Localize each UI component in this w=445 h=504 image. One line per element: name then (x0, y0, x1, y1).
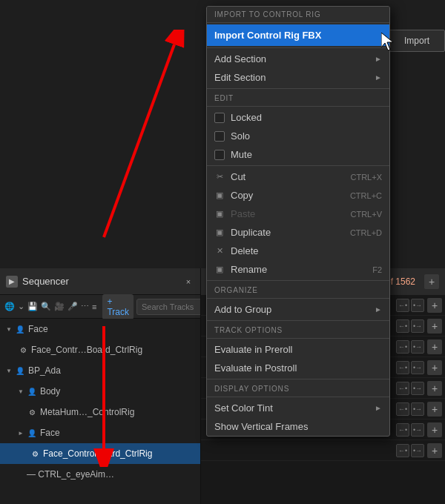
add-to-group-button[interactable]: Add to Group ► (207, 300, 389, 319)
paste-shortcut: CTRL+V (351, 210, 383, 219)
locked-button[interactable]: Locked (207, 108, 389, 127)
next-btn[interactable]: •→ (411, 382, 424, 395)
rename-button[interactable]: ▣ Rename F2 (207, 260, 389, 279)
gear-icon: ⚙ (30, 448, 40, 459)
next-btn[interactable]: •→ (411, 402, 424, 416)
nav-buttons-5: ←• •→ (396, 382, 424, 395)
color-tint-arrow: ► (375, 404, 382, 412)
mute-checkbox[interactable] (214, 150, 225, 160)
sequencer-title: Sequencer (22, 276, 69, 287)
add-track-btn[interactable]: + (427, 381, 442, 396)
chevron-down-icon[interactable]: ⌄ (18, 299, 24, 315)
add-track-btn[interactable]: + (427, 319, 442, 334)
next-btn[interactable]: •→ (411, 319, 424, 333)
mute-label: Mute (231, 149, 252, 160)
context-menu: IMPORT TO CONTROL RIG Import Control Rig… (206, 6, 390, 437)
prev-btn[interactable]: ←• (396, 340, 409, 354)
next-btn[interactable]: •→ (411, 423, 424, 437)
track-body[interactable]: ▼ 👤 Body (0, 381, 200, 402)
next-btn[interactable]: •→ (411, 340, 424, 354)
eval-postroll-button[interactable]: Evaluate in Postroll (207, 359, 389, 377)
more-icon[interactable]: ⋯ (81, 299, 89, 315)
next-btn[interactable]: •→ (411, 361, 424, 374)
add-track-btn[interactable]: + (427, 422, 442, 437)
add-track-btn[interactable]: + (427, 339, 442, 354)
copy-icon: ▣ (214, 190, 225, 201)
track-face-1[interactable]: ▼ 👤 Face (0, 319, 200, 339)
eval-preroll-button[interactable]: Evaluate in Preroll (207, 340, 389, 359)
add-track-btn[interactable]: + (427, 298, 442, 313)
mute-button[interactable]: Mute (207, 145, 389, 164)
align-icon[interactable]: ≡ (92, 299, 96, 315)
prev-btn[interactable]: ←• (396, 361, 409, 374)
duplicate-button[interactable]: ▣ Duplicate CTRL+D (207, 223, 389, 242)
next-btn[interactable]: •→ (411, 299, 424, 312)
copy-button[interactable]: ▣ Copy CTRL+C (207, 186, 389, 205)
track-face-2[interactable]: ► 👤 Face (0, 422, 200, 443)
separator-4 (207, 106, 389, 107)
sequencer-close-button[interactable]: × (182, 276, 194, 288)
separator-11 (207, 397, 389, 397)
add-section-button[interactable]: Add Section ► (207, 50, 389, 68)
add-track-button[interactable]: + Track (102, 294, 134, 319)
save-icon[interactable]: 💾 (27, 299, 38, 315)
import-control-rig-fbx-button[interactable]: Import Control Rig FBX (207, 24, 389, 46)
nav-buttons-8: ←• •→ (396, 444, 424, 457)
paste-icon: ▣ (214, 209, 225, 219)
track-name: Face_Contr…Board_CtrlRig (31, 345, 142, 355)
show-vertical-frames-button[interactable]: Show Vertical Frames (207, 417, 389, 436)
timeline-row-8: ←• •→ + (201, 440, 445, 461)
prev-btn[interactable]: ←• (396, 319, 409, 333)
cut-shortcut: CTRL+X (351, 173, 383, 182)
add-button[interactable]: + (424, 274, 439, 289)
next-btn[interactable]: •→ (411, 444, 424, 457)
track-face-controlboard-selected[interactable]: ⚙ Face_ControlBoard_CtrlRig (0, 443, 200, 464)
track-name: BP_Ada (28, 365, 61, 376)
separator-7 (207, 298, 389, 299)
rename-shortcut: F2 (372, 265, 382, 274)
add-section-arrow: ► (375, 55, 382, 63)
separator-5 (207, 165, 389, 166)
person-icon: 👤 (27, 386, 37, 397)
section-edit-label: EDIT (207, 90, 389, 105)
solo-label: Solo (231, 130, 250, 142)
solo-checkbox[interactable] (214, 131, 225, 142)
set-color-tint-button[interactable]: Set Color Tint ► (207, 399, 389, 417)
expand-triangle: ► (18, 430, 24, 437)
prev-btn[interactable]: ←• (396, 402, 409, 416)
track-name: Face (28, 324, 48, 334)
camera-icon[interactable]: 🎥 (54, 299, 65, 315)
expand-triangle: ▼ (6, 368, 12, 374)
track-name: MetaHum…_ControlRig (40, 407, 134, 417)
track-bpada[interactable]: ▼ 👤 BP_Ada (0, 360, 200, 381)
film-icon[interactable]: 🎤 (67, 299, 78, 315)
solo-button[interactable]: Solo (207, 127, 389, 145)
cut-label: Cut (231, 171, 245, 182)
rename-label: Rename (231, 264, 267, 275)
add-track-btn[interactable]: + (427, 402, 442, 417)
set-color-tint-label: Set Color Tint (214, 402, 273, 414)
duplicate-icon: ▣ (214, 228, 225, 238)
delete-button[interactable]: ✕ Delete (207, 242, 389, 260)
add-track-btn[interactable]: + (427, 360, 442, 375)
locked-checkbox[interactable] (214, 113, 225, 123)
prev-btn[interactable]: ←• (396, 382, 409, 395)
track-metahuman-ctrlrig[interactable]: ⚙ MetaHum…_ControlRig (0, 402, 200, 422)
add-track-btn[interactable]: + (427, 443, 442, 458)
add-group-label: Add to Group (214, 304, 271, 315)
cut-button[interactable]: ✂ Cut CTRL+X (207, 168, 389, 186)
prev-btn[interactable]: ←• (396, 444, 409, 457)
search-icon[interactable]: 🔍 (41, 299, 51, 315)
duplicate-label: Duplicate (231, 227, 271, 238)
edit-section-button[interactable]: Edit Section ► (207, 68, 389, 87)
paste-button[interactable]: ▣ Paste CTRL+V (207, 205, 389, 223)
track-face-ctrlrig[interactable]: ⚙ Face_Contr…Board_CtrlRig (0, 339, 200, 360)
rename-icon: ▣ (214, 265, 225, 275)
duplicate-shortcut: CTRL+D (350, 228, 382, 237)
prev-btn[interactable]: ←• (396, 299, 409, 312)
prev-btn[interactable]: ←• (396, 423, 409, 437)
nav-buttons-2: ←• •→ (396, 319, 424, 333)
track-ctrlrig-eye[interactable]: — CTRL_c_eyeAim… (0, 464, 200, 485)
nav-buttons-6: ←• •→ (396, 402, 424, 416)
eval-preroll-label: Evaluate in Preroll (214, 344, 293, 355)
